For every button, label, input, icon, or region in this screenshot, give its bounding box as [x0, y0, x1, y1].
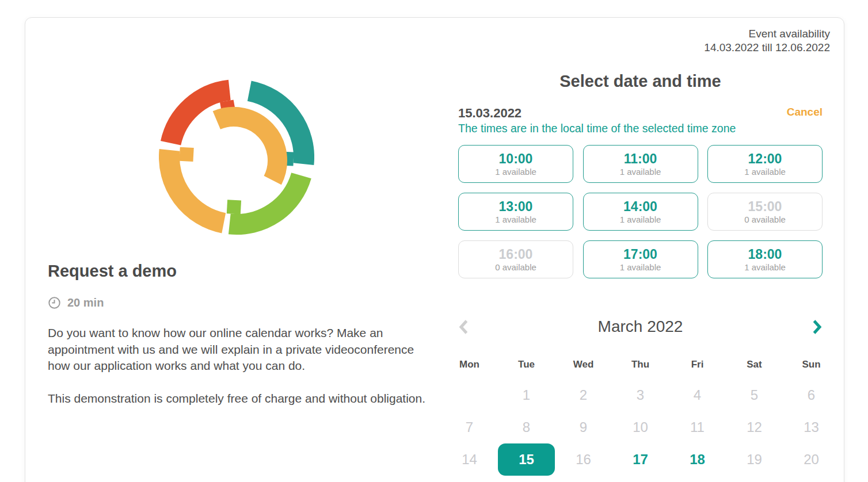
slot-availability: 1 available [744, 263, 786, 271]
slot-availability: 1 available [620, 215, 661, 224]
calendar-day-7: 7 [441, 411, 498, 443]
slot-availability: 0 available [744, 215, 786, 224]
day-header-mon: Mon [441, 357, 498, 373]
chevron-right-icon [812, 319, 823, 335]
selected-date-row: 15.03.2022 Cancel [458, 106, 823, 121]
calendar-empty-cell [441, 379, 498, 411]
day-header-wed: Wed [555, 357, 612, 373]
slot-time: 18:00 [748, 248, 782, 261]
event-description-paragraph-2: This demonstration is completely free of… [48, 391, 427, 407]
selected-date-label: 15.03.2022 [458, 106, 521, 121]
calendar-day-3: 3 [612, 379, 669, 411]
clock-icon [48, 296, 61, 309]
time-slot-12-00[interactable]: 12:001 available [707, 145, 823, 183]
time-slot-11-00[interactable]: 11:001 available [583, 145, 698, 183]
calendar-day-16: 16 [555, 443, 612, 476]
slot-availability: 0 available [495, 263, 536, 271]
calendar-day-9: 9 [555, 411, 612, 443]
calendar-day-20: 20 [783, 443, 840, 476]
logo-green-arc [230, 175, 302, 224]
time-slot-grid: 10:001 available11:001 available12:001 a… [458, 145, 823, 278]
day-header-sun: Sun [783, 357, 840, 373]
panel-title: Select date and time [458, 72, 823, 91]
slot-time: 12:00 [748, 152, 782, 166]
day-header-sat: Sat [726, 357, 783, 373]
calendar-day-10: 10 [612, 411, 669, 443]
slot-availability: 1 available [744, 167, 786, 176]
calendar-day-19: 19 [726, 443, 783, 476]
time-slot-16-00: 16:000 available [458, 240, 573, 278]
logo-orange-tab [180, 154, 193, 155]
event-description: Do you want to know how our online calen… [48, 325, 427, 407]
slot-availability: 1 available [620, 167, 661, 176]
slot-availability: 1 available [620, 263, 661, 271]
time-slot-17-00[interactable]: 17:001 available [583, 240, 698, 278]
logo-inner-hand-arc [216, 117, 277, 181]
timezone-note: The times are in the local time of the s… [458, 122, 736, 135]
slot-time: 16:00 [499, 248, 533, 261]
slot-availability: 1 available [495, 167, 536, 176]
event-duration: 20 min [48, 296, 104, 309]
slot-time: 14:00 [623, 200, 657, 213]
app-logo-icon [159, 77, 314, 237]
event-duration-label: 20 min [67, 296, 104, 309]
calendar-day-8: 8 [498, 411, 555, 443]
date-time-panel: Select date and time 15.03.2022 Cancel T… [458, 18, 823, 482]
logo-green-tab [234, 200, 234, 214]
day-header-tue: Tue [498, 357, 555, 373]
logo-orange-arc [169, 150, 224, 223]
previous-month-button [458, 319, 469, 335]
calendar-nav: March 2022 [458, 317, 823, 336]
calendar-day-18[interactable]: 18 [669, 443, 726, 476]
day-header-fri: Fri [669, 357, 726, 373]
time-slot-10-00[interactable]: 10:001 available [458, 145, 573, 183]
calendar-day-headers: MonTueWedThuFriSatSun [441, 357, 840, 373]
event-title: Request a demo [48, 262, 177, 281]
next-month-button[interactable] [812, 319, 823, 335]
chevron-left-icon [458, 319, 469, 335]
time-slot-14-00[interactable]: 14:001 available [583, 193, 698, 231]
time-slot-15-00: 15:000 available [707, 193, 823, 231]
time-slot-18-00[interactable]: 18:001 available [707, 240, 823, 278]
slot-time: 17:00 [623, 248, 657, 261]
calendar-day-2: 2 [555, 379, 612, 411]
calendar-day-14: 14 [441, 443, 498, 476]
calendar-day-12: 12 [726, 411, 783, 443]
calendar-day-17[interactable]: 17 [612, 443, 669, 476]
calendar-day-5: 5 [726, 379, 783, 411]
calendar-day-4: 4 [669, 379, 726, 411]
calendar-day-13: 13 [783, 411, 840, 443]
day-header-thu: Thu [612, 357, 669, 373]
slot-time: 10:00 [499, 152, 533, 166]
slot-availability: 1 available [495, 215, 536, 224]
cancel-button[interactable]: Cancel [787, 106, 823, 118]
calendar-day-15[interactable]: 15 [498, 443, 555, 476]
slot-time: 11:00 [624, 152, 657, 166]
slot-time: 15:00 [748, 200, 782, 213]
calendar-date-grid: 1234567891011121314151617181920 [441, 379, 840, 476]
calendar-day-11: 11 [669, 411, 726, 443]
booking-card: Event availability 14.03.2022 till 12.06… [25, 17, 844, 482]
time-slot-13-00[interactable]: 13:001 available [458, 193, 573, 231]
calendar-day-6: 6 [783, 379, 840, 411]
slot-time: 13:00 [499, 200, 533, 213]
event-description-paragraph-1: Do you want to know how our online calen… [48, 325, 427, 374]
calendar-month-label: March 2022 [598, 317, 683, 336]
calendar-day-1: 1 [498, 379, 555, 411]
